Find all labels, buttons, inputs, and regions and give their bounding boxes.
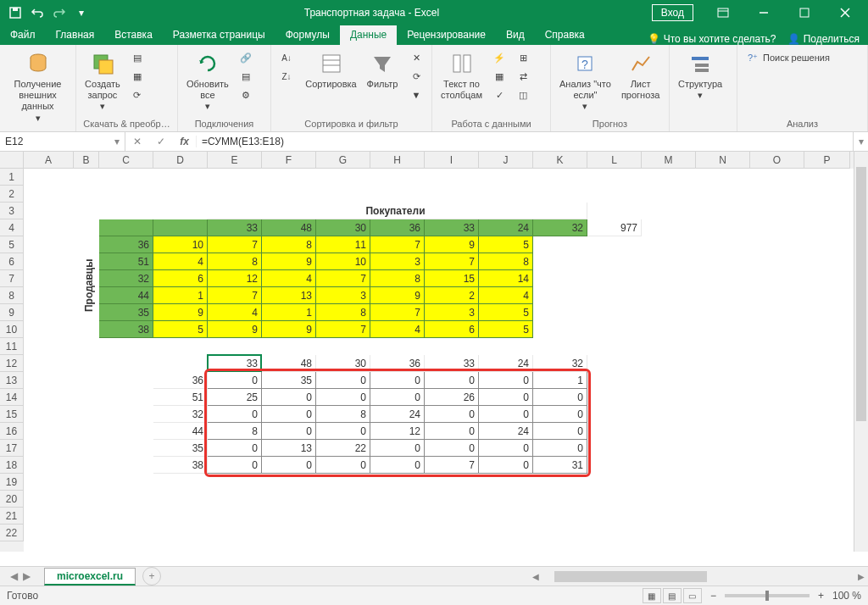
vertical-scrollbar[interactable]: [854, 152, 868, 552]
new-query-button[interactable]: Создать запрос ▾: [81, 48, 124, 114]
cell[interactable]: 24: [370, 406, 425, 423]
solver-button[interactable]: ?⁺Поиск решения: [743, 48, 833, 67]
cell[interactable]: 32: [533, 219, 587, 236]
row-header[interactable]: 9: [0, 304, 24, 321]
col-header[interactable]: I: [425, 152, 479, 169]
cell[interactable]: 0: [479, 389, 533, 406]
col-header[interactable]: H: [370, 152, 425, 169]
cell[interactable]: 0: [533, 406, 587, 423]
tell-me[interactable]: 💡 Что вы хотите сделать?: [648, 33, 776, 45]
cell[interactable]: 32: [153, 406, 208, 423]
row-header[interactable]: 6: [0, 253, 24, 270]
cell[interactable]: 33: [208, 219, 262, 236]
outline-button[interactable]: Структура ▾: [675, 48, 726, 103]
data-model-button[interactable]: ◫: [513, 86, 533, 104]
tab-help[interactable]: Справка: [535, 25, 595, 45]
cell[interactable]: 0: [479, 457, 533, 474]
cell[interactable]: 38: [153, 457, 208, 474]
cell[interactable]: 5: [479, 304, 533, 321]
sheet-tab[interactable]: microexcel.ru: [44, 568, 136, 586]
cell[interactable]: 8: [262, 236, 316, 253]
cell[interactable]: 11: [316, 236, 370, 253]
recent-sources-button[interactable]: ⟳: [127, 86, 147, 104]
cell[interactable]: 7: [370, 304, 425, 321]
what-if-button[interactable]: ?Анализ "что если" ▾: [556, 48, 615, 114]
tab-file[interactable]: Файл: [0, 25, 46, 45]
cell[interactable]: 6: [153, 270, 208, 287]
cell[interactable]: 30: [316, 219, 370, 236]
cell[interactable]: 0: [208, 406, 262, 423]
col-header[interactable]: A: [24, 152, 74, 169]
row-header[interactable]: 11: [0, 338, 24, 355]
minimize-icon[interactable]: [744, 0, 783, 25]
col-header[interactable]: G: [316, 152, 370, 169]
cell[interactable]: 36: [370, 219, 425, 236]
from-table-button[interactable]: ▦: [127, 67, 147, 86]
cell[interactable]: 7: [425, 253, 479, 270]
col-header[interactable]: F: [262, 152, 316, 169]
formula-input[interactable]: =СУММ(E13:E18): [197, 136, 853, 147]
cell[interactable]: 44: [99, 287, 153, 304]
text-to-columns-button[interactable]: Текст по столбцам: [437, 48, 486, 103]
cell[interactable]: 0: [262, 389, 316, 406]
row-header[interactable]: 17: [0, 440, 24, 457]
view-page-break-icon[interactable]: ▭: [683, 588, 702, 603]
zoom-slider[interactable]: [725, 594, 810, 597]
tab-home[interactable]: Главная: [46, 25, 105, 45]
forecast-sheet-button[interactable]: Лист прогноза: [618, 48, 663, 103]
col-header[interactable]: B: [74, 152, 99, 169]
cell[interactable]: 9: [262, 253, 316, 270]
row-header[interactable]: 19: [0, 474, 24, 491]
zoom-level[interactable]: 100 %: [832, 590, 861, 602]
row-header[interactable]: 18: [0, 457, 24, 474]
tab-review[interactable]: Рецензирование: [397, 25, 496, 45]
cell[interactable]: 35: [262, 372, 316, 389]
col-header[interactable]: K: [533, 152, 587, 169]
cell[interactable]: 8: [208, 423, 262, 440]
col-header[interactable]: L: [587, 152, 642, 169]
clear-filter-button[interactable]: ✕: [406, 48, 426, 67]
filter-button[interactable]: Фильтр: [362, 48, 403, 92]
redo-icon[interactable]: [49, 3, 70, 23]
row-header[interactable]: 14: [0, 389, 24, 406]
expand-formula-bar-icon[interactable]: ▾: [853, 132, 868, 151]
cell[interactable]: 3: [370, 253, 425, 270]
horizontal-scrollbar[interactable]: ◀▶: [529, 569, 868, 584]
cell[interactable]: 4: [208, 304, 262, 321]
cell[interactable]: 8: [370, 270, 425, 287]
cell[interactable]: 0: [370, 440, 425, 457]
cell[interactable]: 22: [316, 440, 370, 457]
cell[interactable]: 4: [153, 253, 208, 270]
cell[interactable]: 14: [479, 270, 533, 287]
row-header[interactable]: 2: [0, 186, 24, 203]
connections-button[interactable]: 🔗: [236, 48, 256, 67]
row-header[interactable]: 20: [0, 491, 24, 508]
cell[interactable]: 24: [479, 355, 533, 372]
cell[interactable]: 0: [370, 457, 425, 474]
col-header[interactable]: C: [99, 152, 153, 169]
tab-insert[interactable]: Вставка: [104, 25, 163, 45]
cell[interactable]: 33: [208, 355, 262, 372]
cell[interactable]: 1: [533, 372, 587, 389]
zoom-in-icon[interactable]: +: [818, 590, 824, 602]
cell[interactable]: 0: [208, 440, 262, 457]
refresh-all-button[interactable]: Обновить все ▾: [183, 48, 232, 114]
cell[interactable]: Покупатели: [208, 203, 587, 219]
cell[interactable]: 0: [316, 372, 370, 389]
cell[interactable]: 32: [99, 270, 153, 287]
cell[interactable]: 0: [425, 406, 479, 423]
cell[interactable]: 12: [208, 270, 262, 287]
data-validation-button[interactable]: ✓: [489, 86, 509, 104]
cell[interactable]: 7: [370, 236, 425, 253]
cell[interactable]: 10: [153, 236, 208, 253]
cell[interactable]: 51: [99, 253, 153, 270]
row-header[interactable]: 3: [0, 203, 24, 219]
name-box[interactable]: E12▾: [0, 132, 125, 151]
cell[interactable]: 32: [533, 355, 587, 372]
select-all-corner[interactable]: [0, 152, 24, 169]
sheet-nav-next-icon[interactable]: ▶: [23, 570, 31, 582]
row-header[interactable]: 13: [0, 372, 24, 389]
cell[interactable]: 0: [262, 406, 316, 423]
tab-formulas[interactable]: Формулы: [275, 25, 340, 45]
cell[interactable]: 13: [262, 287, 316, 304]
